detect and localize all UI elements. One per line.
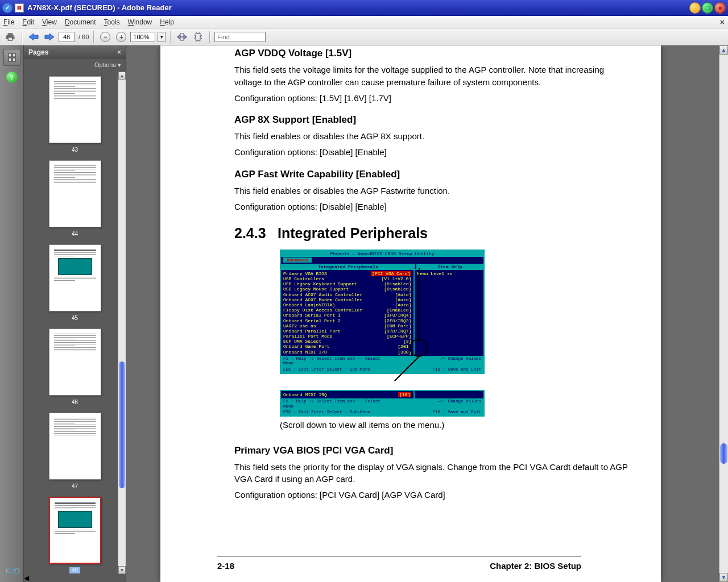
menu-window[interactable]: Window [128,18,152,26]
zoom-dropdown-button[interactable]: ▾ [158,32,166,42]
thumbs-vertical-scrollbar[interactable]: ▲ ▼ [118,72,126,574]
page-number-input[interactable] [59,32,75,42]
pdf-icon: ▤ [15,3,24,13]
thumbnail-page-45[interactable]: 45 [32,244,118,322]
page-footer: 2-18 Chapter 2: BIOS Setup [217,556,581,571]
menu-file[interactable]: File [3,18,14,26]
menu-view[interactable]: View [42,18,57,26]
scroll-left-button[interactable]: ◀ [24,574,126,582]
pages-panel-title: Pages [28,48,48,56]
thumbnail-page-48[interactable]: 48 [32,497,118,574]
thumbnail-page-44[interactable]: 44 [32,160,118,238]
prev-page-button[interactable] [27,30,40,44]
arrow-left-icon [28,32,39,41]
scroll-down-button[interactable]: ▼ [719,573,728,582]
fit-width-button[interactable] [175,30,189,44]
svg-rect-2 [9,53,11,57]
maximize-button[interactable]: □ [702,2,713,14]
thumbnail-page-43[interactable]: 43 [32,76,118,153]
zoom-out-button[interactable]: − [98,30,112,44]
app-logo-icon: ✓ [2,3,13,13]
footer-chapter: Chapter 2: BIOS Setup [490,561,581,571]
bios-tab: Advanced [283,257,312,263]
scroll-handle[interactable] [119,361,125,488]
window-titlebar: ✓ ▤ A7N8X-X.pdf (SECURED) - Adobe Reader… [0,0,728,16]
print-button[interactable] [3,30,17,44]
thumbnail-page-47[interactable]: 47 [32,413,118,490]
zoom-in-button[interactable]: + [114,30,128,44]
heading-agp-8x: AGP 8X Support [Enabled] [234,114,632,126]
svg-rect-1 [196,34,200,40]
menu-bar: File Edit View Document Tools Window Hel… [0,16,728,28]
heading-primary-vga: Primary VGA BIOS [PCI VGA Card] [234,445,632,456]
document-view: AGP VDDQ Voltage [1.5V] This field sets … [126,45,728,582]
nav-strip: ? 📎 [0,45,24,582]
pages-options-button[interactable]: Options ▾ [24,59,126,72]
minus-icon: − [100,32,110,42]
page-count-label: / 60 [78,34,89,40]
pages-panel-close-button[interactable]: × [117,48,121,56]
page-canvas: AGP VDDQ Voltage [1.5V] This field sets … [160,45,661,582]
menu-document[interactable]: Document [65,18,96,26]
doc-vertical-scrollbar[interactable]: ▲ ▼ [719,45,728,582]
fit-page-button[interactable] [191,30,205,44]
body-text: Configuration options: [Disable] [Enable… [234,201,632,213]
next-page-button[interactable] [43,30,56,44]
callout-circle [410,339,428,357]
fit-width-icon [177,32,187,41]
menu-tools[interactable]: Tools [104,18,120,26]
attachment-icon[interactable]: 📎 [4,562,22,580]
minimize-button[interactable]: _ [689,2,701,14]
arrow-right-icon [44,32,55,41]
pages-tab-button[interactable] [3,49,20,66]
scroll-up-button[interactable]: ▲ [719,45,728,55]
zoom-input[interactable] [130,32,155,42]
body-text: Configuration options: [1.5V] [1.6V] [1.… [234,92,632,105]
svg-rect-3 [13,53,15,57]
fit-page-icon [193,32,203,42]
callout-line [419,268,420,342]
scroll-up-button[interactable]: ▲ [118,72,126,80]
mdi-close-button[interactable]: × [720,18,725,27]
pages-panel-header: Pages × [24,45,126,59]
thumbnails-icon [7,53,16,62]
svg-rect-5 [13,58,15,61]
thumbnail-page-46[interactable]: 46 [32,329,118,406]
body-text: Configuration options: [PCI VGA Card] [A… [234,489,632,501]
heading-agp-fastwrite: AGP Fast Write Capability [Enabled] [234,169,632,180]
bios-screenshot: Phoenix - AwardBIOS CMOS Setup Utility A… [280,250,485,417]
menu-help[interactable]: Help [160,18,174,26]
body-text: Configuration options: [Disable] [Enable… [234,146,632,159]
thumbs-horizontal-scrollbar[interactable]: ◀▶ [24,574,126,582]
menu-edit[interactable]: Edit [22,18,34,26]
body-text: This field enables or disables the AGP 8… [234,130,632,143]
plus-icon: + [116,32,126,42]
printer-icon [5,32,15,42]
toolbar: / 60 − + ▾ [0,28,728,45]
scroll-down-button[interactable]: ▼ [118,566,126,574]
body-text: This field enables or disables the AGP F… [234,185,632,197]
window-title: A7N8X-X.pdf (SECURED) - Adobe Reader [27,3,689,12]
footer-page-number: 2-18 [217,561,234,571]
find-input[interactable] [214,32,266,42]
help-button[interactable]: ? [6,72,18,83]
svg-rect-4 [9,58,11,61]
bios-title: Phoenix - AwardBIOS CMOS Setup Utility [281,251,483,257]
body-text: This field sets the priority for the dis… [234,461,632,486]
body-text: This field sets the voltage limits for t… [234,64,632,89]
section-heading: 2.4.3Integrated Peripherals [234,225,632,242]
figure-caption: (Scroll down to view all items on the me… [280,419,632,431]
heading-agp-vddq: AGP VDDQ Voltage [1.5V] [234,48,632,59]
close-button[interactable]: × [714,2,726,14]
pages-panel: Pages × Options ▾ 434445464748 ▲ ▼ ◀▶ [24,45,126,582]
scroll-handle[interactable] [720,443,727,464]
thumbnails-list: 434445464748 ▲ ▼ [24,72,126,574]
